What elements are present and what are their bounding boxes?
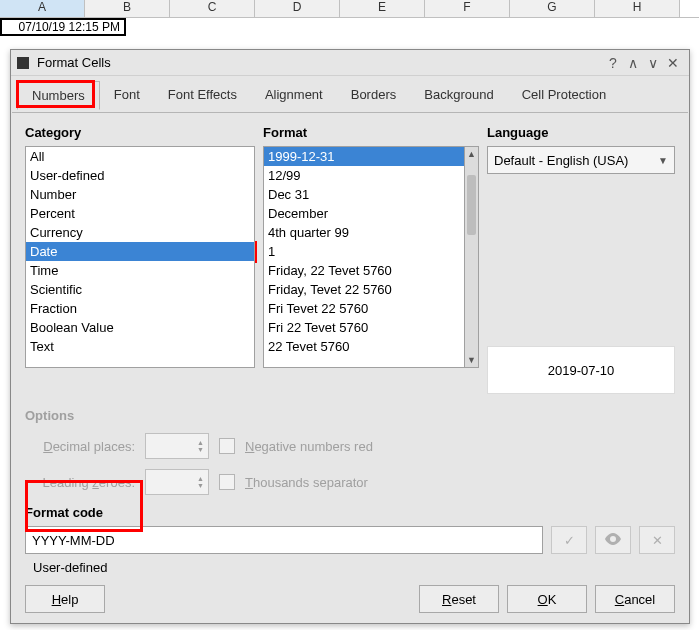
cat-user-defined[interactable]: User-defined	[26, 166, 254, 185]
scroll-up-icon[interactable]: ▲	[465, 147, 478, 161]
cat-number[interactable]: Number	[26, 185, 254, 204]
cat-scientific[interactable]: Scientific	[26, 280, 254, 299]
check-icon: ✓	[564, 533, 575, 548]
fmt-item-0[interactable]: 1999-12-31	[264, 147, 464, 166]
leading-zeroes-spinner[interactable]: ▲▼	[145, 469, 209, 495]
col-C[interactable]: C	[170, 0, 255, 17]
thousands-label: Thousands separator	[245, 475, 368, 490]
decimal-places-label: Decimal places:	[25, 439, 135, 454]
decimal-places-spinner[interactable]: ▲▼	[145, 433, 209, 459]
fmt-item-8[interactable]: Fri Tevet 22 5760	[264, 299, 464, 318]
cancel-button[interactable]: Cancel	[595, 585, 675, 613]
tab-cell-protection[interactable]: Cell Protection	[508, 81, 621, 108]
category-listbox[interactable]: All User-defined Number Percent Currency…	[25, 146, 255, 368]
help-button[interactable]: Help	[25, 585, 105, 613]
fmt-item-7[interactable]: Friday, Tevet 22 5760	[264, 280, 464, 299]
col-D[interactable]: D	[255, 0, 340, 17]
format-preview: 2019-07-10	[487, 346, 675, 394]
format-scrollbar[interactable]: ▲ ▼	[465, 146, 479, 368]
help-icon[interactable]: ?	[603, 53, 623, 73]
scroll-thumb[interactable]	[467, 175, 476, 235]
fmt-item-5[interactable]: 1	[264, 242, 464, 261]
tab-borders[interactable]: Borders	[337, 81, 411, 108]
thousands-checkbox[interactable]	[219, 474, 235, 490]
category-label: Category	[25, 125, 255, 140]
language-label: Language	[487, 125, 675, 140]
tab-font[interactable]: Font	[100, 81, 154, 108]
tab-font-effects[interactable]: Font Effects	[154, 81, 251, 108]
cat-percent[interactable]: Percent	[26, 204, 254, 223]
tab-alignment[interactable]: Alignment	[251, 81, 337, 108]
cat-date[interactable]: Date	[26, 242, 254, 261]
format-cells-dialog: Format Cells ? ∧ ∨ ✕ Numbers Font Font E…	[10, 49, 690, 624]
eye-icon	[604, 533, 622, 548]
cell-A1[interactable]: 07/10/19 12:15 PM	[0, 18, 126, 36]
fmt-item-6[interactable]: Friday, 22 Tevet 5760	[264, 261, 464, 280]
language-value: Default - English (USA)	[494, 153, 628, 168]
cross-icon: ✕	[652, 533, 663, 548]
fmt-item-10[interactable]: 22 Tevet 5760	[264, 337, 464, 356]
format-listbox[interactable]: 1999-12-31 12/99 Dec 31 December 4th qua…	[263, 146, 465, 368]
cat-currency[interactable]: Currency	[26, 223, 254, 242]
column-headers: A B C D E F G H	[0, 0, 699, 18]
cat-time[interactable]: Time	[26, 261, 254, 280]
preview-code-button[interactable]	[595, 526, 631, 554]
fmt-item-1[interactable]: 12/99	[264, 166, 464, 185]
tab-background[interactable]: Background	[410, 81, 507, 108]
user-defined-text: User-defined	[33, 560, 675, 575]
negative-red-label: Negative numbers red	[245, 439, 373, 454]
remove-code-button[interactable]: ✕	[639, 526, 675, 554]
reset-button[interactable]: Reset	[419, 585, 499, 613]
negative-red-checkbox[interactable]	[219, 438, 235, 454]
format-label: Format	[263, 125, 479, 140]
cat-all[interactable]: All	[26, 147, 254, 166]
cat-fraction[interactable]: Fraction	[26, 299, 254, 318]
format-code-label: Format code	[25, 505, 675, 520]
col-H[interactable]: H	[595, 0, 680, 17]
fmt-item-3[interactable]: December	[264, 204, 464, 223]
options-label: Options	[25, 408, 675, 423]
chevron-down-icon: ▼	[658, 155, 668, 166]
titlebar[interactable]: Format Cells ? ∧ ∨ ✕	[11, 50, 689, 76]
apply-code-button[interactable]: ✓	[551, 526, 587, 554]
fmt-item-2[interactable]: Dec 31	[264, 185, 464, 204]
leading-zeroes-label: Leading zeroes:	[25, 475, 135, 490]
app-icon	[17, 57, 29, 69]
close-icon[interactable]: ✕	[663, 53, 683, 73]
col-B[interactable]: B	[85, 0, 170, 17]
col-F[interactable]: F	[425, 0, 510, 17]
fmt-item-9[interactable]: Fri 22 Tevet 5760	[264, 318, 464, 337]
cat-text[interactable]: Text	[26, 337, 254, 356]
fmt-item-4[interactable]: 4th quarter 99	[264, 223, 464, 242]
maximize-icon[interactable]: ∨	[643, 53, 663, 73]
col-A[interactable]: A	[0, 0, 85, 17]
format-code-input[interactable]	[25, 526, 543, 554]
col-G[interactable]: G	[510, 0, 595, 17]
ok-button[interactable]: OK	[507, 585, 587, 613]
scroll-down-icon[interactable]: ▼	[465, 353, 478, 367]
rollup-icon[interactable]: ∧	[623, 53, 643, 73]
spreadsheet-fragment: A B C D E F G H 07/10/19 12:15 PM	[0, 0, 699, 52]
tab-numbers[interactable]: Numbers	[17, 81, 100, 110]
dialog-title: Format Cells	[37, 55, 603, 70]
cat-boolean[interactable]: Boolean Value	[26, 318, 254, 337]
language-select[interactable]: Default - English (USA) ▼	[487, 146, 675, 174]
tab-bar: Numbers Font Font Effects Alignment Bord…	[11, 76, 689, 112]
col-E[interactable]: E	[340, 0, 425, 17]
